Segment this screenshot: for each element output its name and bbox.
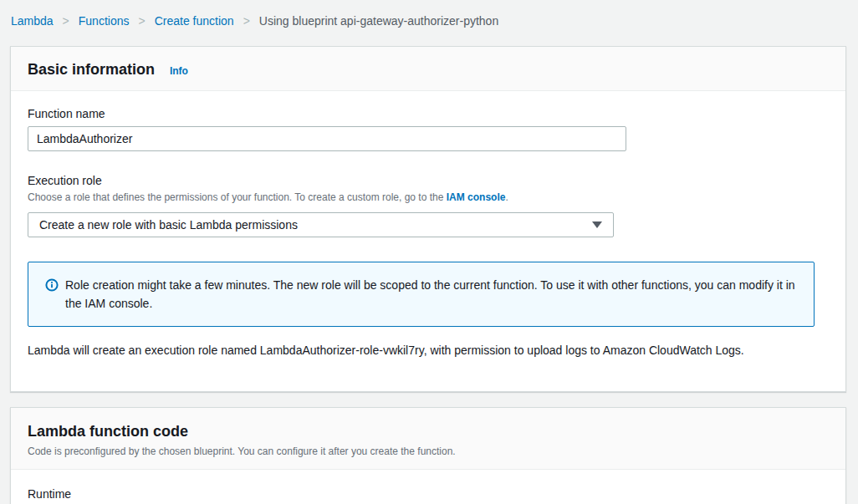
runtime-label: Runtime [28, 486, 829, 501]
execution-role-label: Execution role [28, 173, 829, 188]
execution-role-note: Lambda will create an execution role nam… [28, 343, 829, 358]
breadcrumb: Lambda > Functions > Create function > U… [0, 0, 858, 39]
info-link[interactable]: Info [170, 65, 188, 77]
function-name-field: Function name [28, 106, 829, 151]
breadcrumb-lambda[interactable]: Lambda [11, 14, 54, 28]
lambda-function-code-header: Lambda function code Code is preconfigur… [11, 408, 845, 470]
breadcrumb-separator-icon: > [138, 14, 145, 28]
lambda-function-code-body: Runtime Python 2.7 [11, 470, 845, 504]
breadcrumb-separator-icon: > [243, 14, 250, 28]
breadcrumb-create-function[interactable]: Create function [155, 14, 234, 28]
execution-role-description: Choose a role that defines the permissio… [28, 191, 829, 204]
role-creation-alert-text: Role creation might take a few minutes. … [65, 276, 800, 313]
execution-role-description-text: Choose a role that defines the permissio… [28, 191, 447, 203]
basic-information-title: Basic information [28, 61, 155, 78]
iam-console-link[interactable]: IAM console [447, 191, 506, 203]
function-name-label: Function name [28, 106, 829, 121]
chevron-down-icon [592, 221, 602, 228]
execution-role-select[interactable]: Create a new role with basic Lambda perm… [28, 212, 614, 237]
runtime-field: Runtime Python 2.7 [28, 486, 829, 504]
basic-information-header: Basic information Info [11, 47, 845, 91]
breadcrumb-current-page: Using blueprint api-gateway-authorizer-p… [259, 14, 498, 28]
breadcrumb-separator-icon: > [63, 14, 69, 28]
basic-information-body: Function name Execution role Choose a ro… [11, 91, 845, 391]
lambda-function-code-card: Lambda function code Code is preconfigur… [10, 407, 846, 504]
execution-role-field: Execution role Choose a role that define… [28, 173, 829, 237]
role-creation-info-alert: Role creation might take a few minutes. … [28, 262, 815, 327]
basic-information-card: Basic information Info Function name Exe… [10, 46, 846, 392]
info-circle-icon [45, 278, 59, 297]
lambda-function-code-title: Lambda function code [28, 423, 188, 440]
execution-role-description-period: . [505, 191, 508, 203]
lambda-function-code-description: Code is preconfigured by the chosen blue… [28, 445, 829, 458]
breadcrumb-functions[interactable]: Functions [79, 14, 130, 28]
execution-role-selected-option: Create a new role with basic Lambda perm… [39, 218, 298, 232]
function-name-input[interactable] [28, 126, 626, 151]
